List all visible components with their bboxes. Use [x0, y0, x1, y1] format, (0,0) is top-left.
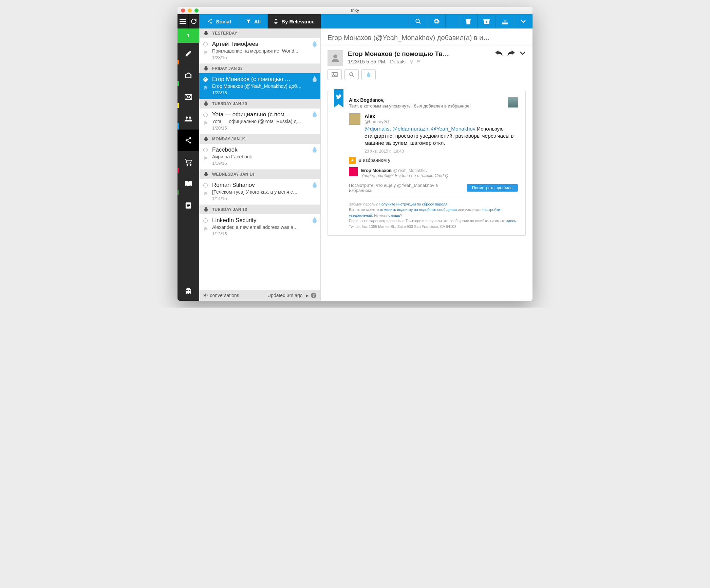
flag-icon[interactable]: ⚑ — [203, 50, 208, 56]
reader-subject: Егор Монахов (@Yeah_Monakhov) добавил(а)… — [321, 28, 532, 45]
archive-up-button[interactable] — [478, 14, 496, 28]
zoom-button[interactable] — [344, 69, 359, 80]
drop-icon — [312, 111, 317, 117]
svg-point-11 — [208, 21, 209, 22]
faver-bio: Увидел ошибку? Выдели ее и нажми Cmd-Q — [361, 173, 448, 178]
drop-icon — [312, 182, 317, 188]
message-subject: Yota — официально (@Yota_Russia) д… — [212, 119, 316, 124]
flag-icon[interactable]: ⚑ — [416, 59, 421, 64]
tweet-card: Alex Bogdanov, Твит, в которым вы упомян… — [328, 91, 526, 236]
download-button[interactable] — [496, 14, 514, 28]
notes-button[interactable] — [178, 195, 199, 216]
help-icon[interactable]: ? — [311, 293, 316, 298]
list-date-header: TUESDAY JAN 13 — [199, 205, 320, 214]
faver-name: Егор Монахов — [361, 168, 392, 173]
delete-button[interactable] — [459, 14, 478, 28]
message-item[interactable]: ⚑Артем ТимофеевПриглашение на мероприяти… — [199, 38, 320, 64]
images-toggle-button[interactable] — [328, 69, 342, 80]
menu-button[interactable] — [178, 14, 188, 28]
toolbar: Social All By Relevance — [199, 14, 532, 28]
reading-button[interactable] — [178, 173, 199, 195]
message-item[interactable]: ⚑FacebookАйри на Facebook1/19/15 — [199, 144, 320, 170]
select-circle[interactable] — [203, 183, 208, 188]
message-item[interactable]: ⚑Yota — официально (с пом…Yota — официал… — [199, 109, 320, 134]
select-circle[interactable] — [203, 218, 208, 223]
card-intro: Твит, в которым вы упомянуты, был добавл… — [349, 103, 471, 109]
message-from: Roman Stihanov — [212, 182, 316, 189]
message-from: Facebook — [212, 146, 316, 153]
flag-icon[interactable]: ⚑ — [203, 85, 208, 91]
zoom-window-button[interactable] — [194, 8, 199, 13]
list-date-header: YESTERDAY — [199, 28, 320, 38]
help-link[interactable]: помощь — [386, 213, 400, 217]
reader-timestamp: 1/23/15 5:55 PM — [348, 59, 385, 64]
filter-all-button[interactable]: All — [239, 14, 268, 28]
message-from: Егор Монахов (с помощью … — [212, 76, 316, 83]
svg-point-12 — [210, 19, 212, 20]
tweet-text: @djornalist @eldarmurtazin @Yeah_Monakho… — [365, 125, 518, 147]
select-circle[interactable] — [203, 77, 208, 82]
select-circle[interactable] — [203, 113, 208, 117]
settings-button[interactable] — [427, 14, 446, 28]
not-my-account-link[interactable]: здесь — [506, 219, 516, 223]
flag-icon[interactable]: ⚑ — [203, 226, 208, 232]
compose-button[interactable] — [178, 43, 199, 64]
message-item[interactable]: ⚑LinkedIn SecurityAlexander, a new email… — [199, 214, 320, 240]
relevance-button[interactable] — [361, 69, 376, 80]
minimize-window-button[interactable] — [188, 8, 192, 13]
select-circle[interactable] — [203, 42, 208, 46]
message-date: 1/14/15 — [212, 196, 316, 201]
message-item[interactable]: ⚑Roman Stihanov[Телеком-туса] У кого-как… — [199, 179, 320, 205]
inky-logo-button[interactable] — [178, 282, 199, 301]
select-circle[interactable] — [203, 148, 208, 152]
window-title: Inky — [178, 8, 532, 13]
shopping-button[interactable] — [178, 151, 199, 173]
contacts-button[interactable] — [178, 108, 199, 130]
reset-password-link[interactable]: Получите инструкции по сбросу пароля. — [379, 202, 448, 206]
details-link[interactable]: Details — [390, 59, 406, 64]
refresh-button[interactable] — [188, 14, 200, 28]
mail-button[interactable] — [178, 86, 199, 108]
see-more-text: Посмотрите, что ещё у @Yeah_Monakhov в и… — [349, 183, 462, 193]
pin-icon[interactable]: ⚲ — [410, 59, 413, 64]
message-subject: Егор Монахов (@Yeah_Monakhov) доб… — [212, 83, 316, 89]
drop-icon — [312, 217, 317, 223]
reader-from: Егор Монахов (с помощью Тв… — [348, 50, 490, 58]
reply-button[interactable] — [495, 50, 503, 56]
flag-icon[interactable]: ⚑ — [203, 191, 208, 197]
svg-point-6 — [187, 164, 188, 165]
unsubscribe-link[interactable]: отменить подписку на подобные сообщения — [380, 208, 456, 212]
message-subject: Alexander, a new email address was a… — [212, 224, 316, 230]
list-date-header: MONDAY JAN 19 — [199, 134, 320, 144]
svg-point-14 — [416, 19, 419, 23]
close-window-button[interactable] — [181, 8, 185, 13]
star-icon: ★ — [349, 157, 356, 164]
message-item[interactable]: ⚑Егор Монахов (с помощью …Егор Монахов (… — [199, 73, 320, 99]
view-profile-button[interactable]: Посмотреть профиль — [467, 184, 518, 192]
drop-icon — [312, 41, 317, 47]
svg-point-5 — [189, 142, 191, 144]
tweet-handle: @hammyGT — [365, 119, 518, 124]
unread-badge[interactable]: 1 — [178, 28, 199, 43]
message-date: 1/19/15 — [212, 161, 316, 166]
flag-icon[interactable]: ⚑ — [203, 155, 208, 162]
social-button[interactable] — [178, 130, 199, 151]
fine-print: Забыли пароль? Получите инструкции по сб… — [349, 198, 518, 230]
flag-icon[interactable]: ⚑ — [203, 120, 208, 126]
sort-label: By Relevance — [281, 19, 315, 24]
last-updated: Updated 3m ago — [267, 293, 303, 298]
sort-button[interactable]: By Relevance — [268, 14, 321, 28]
svg-point-3 — [186, 139, 188, 141]
message-date: 1/13/15 — [212, 231, 316, 236]
message-from: LinkedIn Security — [212, 217, 316, 224]
more-button[interactable] — [514, 14, 532, 28]
expand-button[interactable] — [520, 51, 526, 55]
reader-pane: Егор Монахов (@Yeah_Monakhov) добавил(а)… — [321, 28, 532, 301]
inbox-button[interactable] — [178, 64, 199, 86]
message-date: 1/23/15 — [212, 90, 316, 95]
category-social-button[interactable]: Social — [199, 14, 239, 28]
forward-button[interactable] — [507, 50, 515, 56]
message-subject: [Телеком-туса] У кого-как, а у меня с… — [212, 189, 316, 195]
search-button[interactable] — [409, 14, 427, 28]
message-subject: Приглашение на мероприятие: World... — [212, 48, 316, 54]
